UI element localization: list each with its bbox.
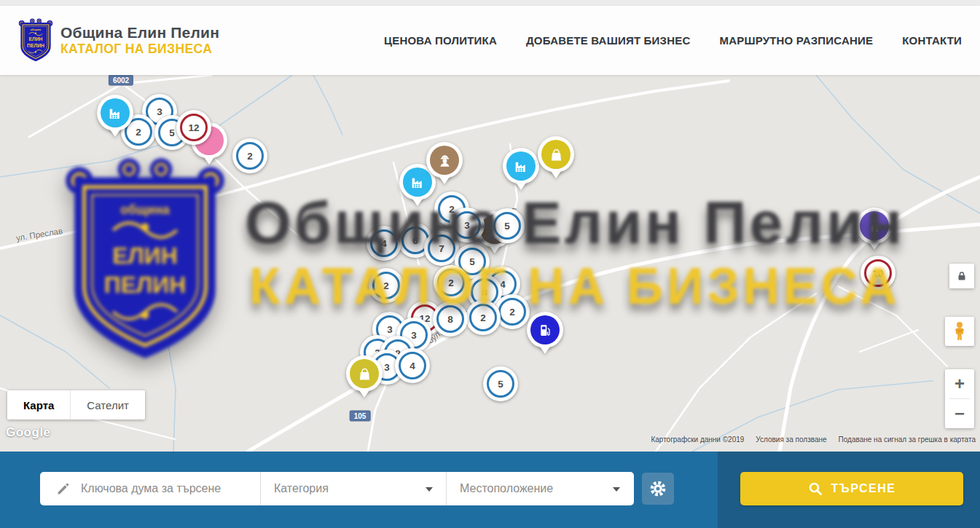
site-title: Община Елин Пелин: [60, 24, 219, 42]
map-pin-factory-marker[interactable]: [503, 148, 539, 184]
map-pin-bag-marker[interactable]: [538, 136, 574, 173]
fuel-icon: [537, 322, 554, 339]
category-dropdown[interactable]: Категория: [260, 472, 446, 505]
svg-text:ЕЛИН: ЕЛИН: [28, 36, 42, 42]
terms-of-use-link[interactable]: Условия за ползване: [756, 436, 826, 444]
site-titles: Община Елин Пелин КАТАЛОГ НА БИЗНЕСА: [60, 24, 219, 57]
map-data-copyright: Картографски данни ©2019: [651, 436, 744, 444]
nav-item-pricing[interactable]: ЦЕНОВА ПОЛИТИКА: [384, 34, 497, 47]
advanced-settings-button[interactable]: [642, 473, 674, 505]
main-nav: ЦЕНОВА ПОЛИТИКА ДОБАВЕТЕ ВАШИЯТ БИЗНЕС М…: [384, 34, 962, 47]
google-map-canvas[interactable]: 3251222356475224822128333834510 6002105у…: [0, 75, 980, 452]
lock-icon: [957, 271, 967, 281]
svg-text:ПЕЛИН: ПЕЛИН: [27, 42, 44, 47]
church-icon: [866, 218, 883, 235]
category-dropdown-value: Категория: [261, 482, 329, 495]
nav-item-add-business[interactable]: ДОБАВЕТЕ ВАШИЯТ БИЗНЕС: [526, 34, 690, 47]
search-icon: [808, 481, 823, 496]
search-button-label: ТЪРСЕНЕ: [831, 482, 896, 495]
nav-item-route-schedule[interactable]: МАРШРУТНО РАЗПИСАНИЕ: [719, 34, 873, 47]
search-bar: Категория Местоположение: [40, 472, 634, 505]
worker-icon: [436, 152, 453, 169]
site-header: община ЕЛИН ПЕЛИН Община Елин Пелин КАТА…: [0, 6, 980, 75]
chevron-down-icon: [426, 487, 433, 492]
search-submit-button[interactable]: ТЪРСЕНЕ: [740, 472, 963, 505]
location-dropdown-value: Местоположение: [447, 482, 553, 495]
zoom-in-button[interactable]: +: [945, 369, 974, 398]
factory-icon: [409, 174, 426, 191]
map-type-satellite-button[interactable]: Сателит: [70, 390, 145, 419]
pegman-icon: [952, 321, 968, 342]
map-attribution: Картографски данни ©2019 Условия за полз…: [651, 436, 976, 444]
map-zoom-control: + −: [945, 369, 974, 428]
map-lock-button[interactable]: [949, 264, 974, 288]
gear-icon: [649, 480, 667, 497]
bag-icon: [548, 146, 565, 163]
keyword-search-input[interactable]: [81, 482, 260, 495]
municipality-crest-icon: община ЕЛИН ПЕЛИН: [18, 18, 53, 63]
keyword-field-wrap: [40, 472, 260, 505]
map-pins-layer: [0, 75, 980, 452]
pencil-icon: [56, 481, 71, 496]
factory-icon: [107, 105, 124, 122]
search-toolbar: Категория Местоположение ТЪРСЕНЕ: [0, 452, 980, 528]
bag-icon: [356, 366, 373, 382]
zoom-out-button[interactable]: −: [945, 399, 974, 428]
site-subtitle: КАТАЛОГ НА БИЗНЕСА: [60, 42, 219, 57]
page-top-strip: [0, 0, 980, 6]
map-type-control: Карта Сателит: [7, 390, 145, 419]
map-pin-worker-marker[interactable]: [426, 142, 463, 178]
map-pin-fuel-marker[interactable]: [527, 312, 563, 348]
factory-icon: [513, 158, 530, 175]
map-type-map-button[interactable]: Карта: [7, 390, 70, 419]
location-dropdown[interactable]: Местоположение: [446, 472, 633, 505]
map-pin-church-marker[interactable]: [856, 208, 893, 244]
app-root: община ЕЛИН ПЕЛИН Община Елин Пелин КАТА…: [0, 0, 980, 528]
nav-item-contacts[interactable]: КОНТАКТИ: [902, 34, 962, 47]
street-view-pegman-button[interactable]: [945, 317, 974, 346]
chevron-down-icon: [613, 487, 620, 492]
google-logo[interactable]: Google: [6, 425, 51, 440]
map-pin-bag-marker[interactable]: [346, 355, 383, 392]
svg-text:община: община: [31, 28, 42, 31]
map-pin-factory-marker[interactable]: [97, 95, 133, 131]
site-logo[interactable]: община ЕЛИН ПЕЛИН Община Елин Пелин КАТА…: [18, 18, 219, 63]
report-map-error-link[interactable]: Подаване на сигнал за грешка в картата: [839, 436, 976, 444]
